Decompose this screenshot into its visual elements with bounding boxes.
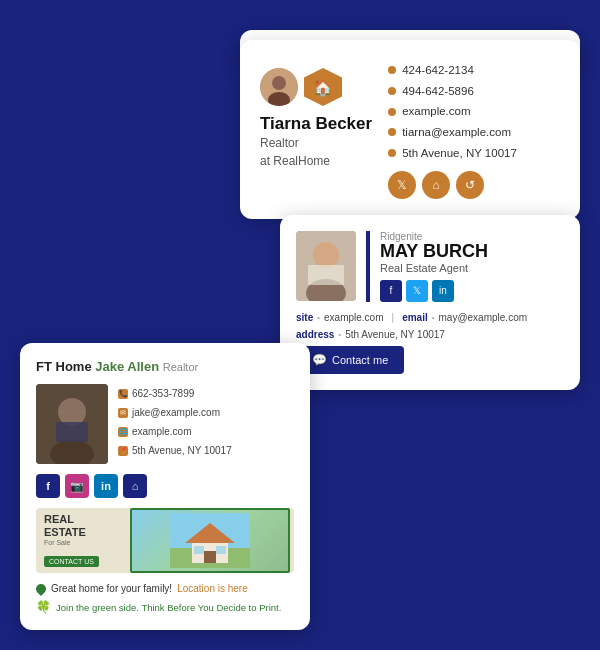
company-name: FT Home [36,359,92,374]
jake-socials: f 📷 in ⌂ [36,474,294,498]
may-name: MAY BURCH [380,242,488,262]
may-contact-details: site • example.com | email • may@example… [296,312,564,323]
tiarna-avatar [260,68,298,106]
may-linkedin-icon[interactable]: in [432,280,454,302]
home2-icon[interactable]: ⌂ [123,474,147,498]
svg-point-1 [272,76,286,90]
address-icon [388,149,396,157]
web-icon [388,108,396,116]
contact-me-button[interactable]: 💬 Contact me [296,346,404,374]
jake-banner: REAL ESTATE For Sale CONTACT US [36,508,294,573]
jake-role: Realtor [163,361,198,373]
phone-icon: 📞 [118,389,128,399]
may-info: Ridgenite MAY BURCH Real Estate Agent f … [366,231,488,302]
banner-title: REAL ESTATE [44,513,118,539]
phone-icon [388,66,396,74]
tiarna-socials: 𝕏 ⌂ ↺ [388,171,517,199]
svg-rect-13 [216,546,226,554]
tiarna-contact: 424-642-2134 494-642-5896 example.com ti… [388,60,517,163]
share-icon[interactable]: ↺ [456,171,484,199]
may-photo [296,231,356,301]
facebook-icon[interactable]: f [36,474,60,498]
svg-rect-17 [308,265,344,285]
eco-row: 🍀 Join the green side. Think Before You … [36,600,294,614]
banner-text: REAL ESTATE For Sale CONTACT US [36,508,126,573]
location-icon [34,581,48,595]
may-title: Real Estate Agent [380,262,488,274]
may-twitter-icon[interactable]: 𝕏 [406,280,428,302]
email-icon: ✉ [118,408,128,418]
phone2-icon [388,87,396,95]
chat-icon: 💬 [312,353,327,367]
location-link[interactable]: Location is here [177,583,248,594]
clover-icon: 🍀 [36,600,51,614]
email-icon [388,128,396,136]
may-top: Ridgenite MAY BURCH Real Estate Agent f … [296,231,564,302]
web-icon: 🌐 [118,427,128,437]
jake-contact-info: 📞 662-353-7899 ✉ jake@example.com 🌐 exam… [118,384,232,464]
location-row: Great home for your family! Location is … [36,583,294,594]
instagram-icon[interactable]: 📷 [65,474,89,498]
svg-rect-12 [194,546,204,554]
tiarna-name: Tiarna Becker [260,114,372,134]
jake-main: 📞 662-353-7899 ✉ jake@example.com 🌐 exam… [36,384,294,464]
twitter-icon[interactable]: 𝕏 [388,171,416,199]
banner-house-image [130,508,290,573]
svg-point-15 [313,242,339,268]
banner-contact-button[interactable]: CONTACT US [44,556,99,567]
tiarna-house-icon: 🏠 [304,68,342,106]
card-jake: FT Home Jake Allen Realtor 📞 662-353-789… [20,343,310,630]
banner-subtitle: For Sale [44,539,118,546]
jake-name: Jake Allen [95,359,159,374]
home-icon[interactable]: ⌂ [422,171,450,199]
tiarna-title: Realtor at RealHome [260,134,372,170]
svg-rect-11 [204,551,216,563]
jake-header: FT Home Jake Allen Realtor [36,359,294,374]
svg-rect-6 [56,422,88,442]
card-may: Ridgenite MAY BURCH Real Estate Agent f … [280,215,580,390]
linkedin-icon[interactable]: in [94,474,118,498]
may-socials: f 𝕏 in [380,280,488,302]
loc-icon: 📍 [118,446,128,456]
may-address-row: address • 5th Avenue, NY 10017 [296,329,564,340]
may-facebook-icon[interactable]: f [380,280,402,302]
jake-photo [36,384,108,464]
card-tiarna: 🏠 Tiarna Becker Realtor at RealHome 424-… [240,30,580,70]
svg-point-4 [58,398,86,426]
